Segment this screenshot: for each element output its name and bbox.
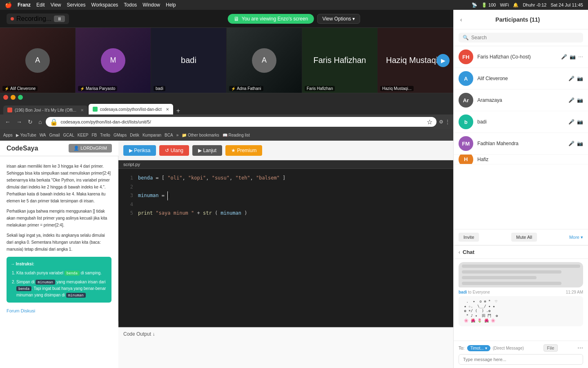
refresh-button[interactable]: ↻ bbox=[26, 118, 34, 126]
mic-muted-fadhlan[interactable]: 🎤 bbox=[568, 141, 575, 146]
participant-name-fadhlan: Fadhlan Mahendra bbox=[477, 141, 564, 146]
extensions-button[interactable]: ⚙ bbox=[439, 119, 443, 125]
premium-button[interactable]: ★ Premium bbox=[225, 145, 262, 156]
video-tile-haziq[interactable]: Haziq Mustaqi... Haziq Mustaqi... ▶ bbox=[378, 28, 453, 93]
menu-view[interactable]: View bbox=[51, 2, 61, 8]
video-fadhlan[interactable]: 📷 bbox=[577, 141, 583, 146]
apple-menu[interactable]: 🍎 bbox=[5, 2, 12, 8]
collapse-participants-button[interactable]: ‹ bbox=[460, 16, 462, 23]
bookmark-trello[interactable]: Trello bbox=[100, 133, 110, 137]
video-off-faris[interactable]: 📷 bbox=[570, 54, 576, 60]
bookmark-other[interactable]: 📁 Other bookmarks bbox=[182, 133, 219, 137]
mic-muted-alif[interactable]: 🎤 bbox=[568, 76, 575, 81]
participant-list: FH Faris Hafizhan (Co-host) 🎤 📷 ⋯ A Alif… bbox=[454, 46, 588, 229]
search-input[interactable] bbox=[471, 35, 579, 40]
expand-button[interactable]: ▶ bbox=[437, 54, 450, 67]
lanjut-button[interactable]: ▶ Lanjut bbox=[192, 145, 222, 156]
tab-close-codesaya[interactable]: ✕ bbox=[166, 107, 169, 112]
bookmark-gmail[interactable]: Gmail bbox=[49, 133, 60, 137]
video-on-badi[interactable]: 📷 bbox=[577, 119, 583, 125]
bookmark-wa[interactable]: WA bbox=[40, 133, 46, 137]
bookmark-reading-list[interactable]: 📖 Reading list bbox=[223, 133, 250, 137]
bookmark-kumparan[interactable]: Kumparan bbox=[143, 133, 161, 137]
chat-input-field[interactable] bbox=[459, 354, 583, 365]
app-name[interactable]: Franz bbox=[18, 2, 31, 8]
bookmark-apps[interactable]: Apps bbox=[3, 133, 13, 137]
code-badge-minuman2: minuman bbox=[66, 293, 86, 298]
participant-item-badi[interactable]: b badi 🎤 📷 bbox=[454, 111, 588, 133]
view-options-button[interactable]: View Options ▾ bbox=[317, 14, 360, 24]
bookmark-fb[interactable]: FB bbox=[92, 133, 97, 137]
menu-services[interactable]: Services bbox=[67, 2, 86, 8]
video-off-alif[interactable]: 📷 bbox=[577, 76, 583, 81]
window-maximize-button[interactable] bbox=[18, 95, 23, 100]
chat-options-button[interactable]: ⋯ bbox=[577, 345, 583, 351]
bookmark-youtube[interactable]: ▶ YouTube bbox=[16, 133, 36, 137]
address-bar[interactable]: 🔒 codesaya.com/python/list-dan-dict/list… bbox=[46, 117, 437, 127]
main-layout: Recording... ⏸ 🖥 You are viewing Enzo's … bbox=[0, 10, 588, 368]
participant-item-fadhlan[interactable]: FM Fadhlan Mahendra 🎤 📷 bbox=[454, 133, 588, 155]
bookmark-more[interactable]: » bbox=[176, 133, 179, 137]
bookmark-bca[interactable]: BCA bbox=[165, 133, 173, 137]
forward-button[interactable]: → bbox=[15, 118, 24, 126]
recording-controls[interactable]: ⏸ bbox=[54, 16, 65, 22]
periksa-button[interactable]: ▶ Periksa bbox=[123, 145, 156, 156]
participant-item-faris[interactable]: FH Faris Hafizhan (Co-host) 🎤 📷 ⋯ bbox=[454, 46, 588, 68]
bookmark-star-icon[interactable]: ☆ bbox=[427, 118, 432, 126]
browser-tab-codesaya[interactable]: codesaya.com/python/list-dan-dict ✕ bbox=[89, 104, 173, 114]
status-notification: 🔔 bbox=[513, 2, 519, 8]
menu-window[interactable]: Window bbox=[143, 2, 160, 8]
lordxgrim-button[interactable]: 👤 LORDxGRIM bbox=[69, 144, 112, 153]
video-tile-badi[interactable]: badi badi bbox=[151, 28, 227, 93]
participant-name-faris: Faris Hafizhan (Co-host) bbox=[477, 54, 557, 60]
chat-sender-badi: badi to Everyone bbox=[459, 290, 490, 294]
bookmark-keep[interactable]: KEEP bbox=[78, 133, 89, 137]
ulang-button[interactable]: ↺ Ulang bbox=[159, 145, 189, 156]
code-editor[interactable]: script.py 1 benda = [ "oli", "kopi", "su… bbox=[118, 160, 453, 327]
code-body[interactable]: 1 benda = [ "oli", "kopi", "susu", "teh"… bbox=[118, 169, 453, 327]
menu-edit[interactable]: Edit bbox=[36, 2, 45, 8]
chat-recipient-badge[interactable]: Timot... ▾ bbox=[467, 345, 490, 351]
expand-icon[interactable]: ▶ bbox=[437, 54, 450, 67]
menu-todos[interactable]: Todos bbox=[124, 2, 137, 8]
window-minimize-button[interactable] bbox=[11, 95, 16, 100]
menu-button[interactable]: ⋮ bbox=[445, 119, 450, 125]
participant-item-aramazaya[interactable]: Ar Aramazaya 🎤 📷 bbox=[454, 90, 588, 111]
video-tile-adna[interactable]: A ⚡ Adna Fathani bbox=[227, 28, 302, 93]
mic-muted-faris[interactable]: 🎤 bbox=[561, 54, 567, 60]
bookmark-gmaps[interactable]: GMaps bbox=[114, 133, 127, 137]
chat-to-label: to bbox=[468, 290, 472, 294]
home-button[interactable]: ⌂ bbox=[37, 118, 43, 126]
video-tile-marisa[interactable]: M ⚡ Marisa Paryasto bbox=[76, 28, 151, 93]
video-tile-faris[interactable]: Faris Hafizhan Faris Hafizhan bbox=[302, 28, 378, 93]
invite-button[interactable]: Invite bbox=[459, 233, 479, 242]
chat-messages[interactable]: badi to Everyone 11:29 AM . ✦ o ✼ * ♡ ★ … bbox=[454, 259, 588, 341]
new-tab-button[interactable]: + bbox=[174, 107, 183, 114]
browser-tab-youtube[interactable]: (196) Bon Jovi - It's My Life (Offi... ✕ bbox=[3, 105, 88, 114]
tab-label-codesaya: codesaya.com/python/list-dan-dict bbox=[100, 107, 162, 112]
mute-all-button[interactable]: Mute All bbox=[511, 233, 537, 242]
file-button[interactable]: File bbox=[543, 344, 558, 352]
participant-item-hafiz[interactable]: H Hafiz bbox=[454, 155, 588, 164]
mic-muted-badi[interactable]: 🎤 bbox=[568, 119, 575, 125]
video-off-aramazaya[interactable]: 📷 bbox=[577, 97, 583, 103]
window-close-button[interactable] bbox=[3, 95, 8, 100]
menu-help[interactable]: Help bbox=[166, 2, 176, 8]
pause-recording-button[interactable]: ⏸ bbox=[54, 16, 65, 22]
bookmark-gcal[interactable]: GCAL bbox=[63, 133, 74, 137]
more-faris[interactable]: ⋯ bbox=[578, 54, 583, 60]
mic-muted-aramazaya[interactable]: 🎤 bbox=[568, 97, 575, 103]
participant-controls-fadhlan: 🎤 📷 bbox=[568, 141, 583, 146]
bookmark-detik[interactable]: Detik bbox=[130, 133, 139, 137]
menu-workspaces[interactable]: Workspaces bbox=[91, 2, 118, 8]
line-num-1: 1 bbox=[125, 174, 133, 183]
tab-close-youtube[interactable]: ✕ bbox=[80, 108, 84, 112]
more-participants-button[interactable]: More ▾ bbox=[569, 235, 583, 240]
forum-link-wrapper[interactable]: Forum Diskusi bbox=[7, 307, 111, 315]
participant-item-alif[interactable]: A Alif Cleverone 🎤 📷 bbox=[454, 68, 588, 90]
forum-link[interactable]: Forum Diskusi bbox=[7, 308, 35, 313]
back-button[interactable]: ← bbox=[3, 118, 12, 126]
address-text[interactable]: codesaya.com/python/list-dan-dict/lists/… bbox=[60, 119, 424, 124]
collapse-chat-button[interactable]: ‹ bbox=[459, 249, 460, 255]
video-tile-alif[interactable]: A ⚡ Alif Cleverone bbox=[0, 28, 76, 93]
